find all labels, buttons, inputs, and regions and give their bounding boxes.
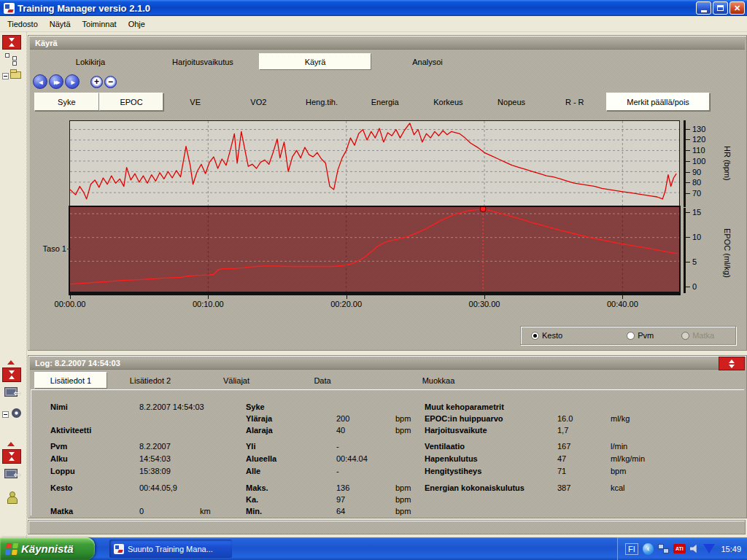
log-panel-expand-button[interactable] <box>719 357 745 370</box>
language-indicator[interactable]: FI <box>625 543 638 555</box>
field-label-ventilaatio: Ventilaatio <box>425 442 465 451</box>
start-label: Käynnistä <box>21 542 74 555</box>
field-label-min: Min. <box>246 507 262 516</box>
radio-dot-matka <box>681 332 689 340</box>
series-tab-nopeus[interactable]: Nopeus <box>480 93 543 111</box>
play-log-button[interactable]: ▸▸ <box>49 74 63 89</box>
field-value-alueella: 00:44.04 <box>336 454 368 463</box>
folder-icon[interactable] <box>10 69 25 82</box>
app-icon <box>4 3 15 14</box>
start-button[interactable]: Käynnistä <box>0 537 95 560</box>
hr-tick-80: 80 <box>692 178 711 187</box>
chart-panel-caption: Käyrä <box>30 37 745 50</box>
field-unit-ka: bpm <box>395 495 411 504</box>
device-expander-icon[interactable] <box>2 411 9 418</box>
series-tab-ve[interactable]: VE <box>163 93 227 111</box>
taskbar-task-button[interactable]: Suunto Training Mana... <box>109 540 232 558</box>
taskbar-clock: 15:49 <box>721 545 741 553</box>
window-title: Training Manager versio 2.1.0 <box>18 3 696 14</box>
radio-label-kesto: Kesto <box>542 331 562 340</box>
menu-tiedosto[interactable]: Tiedosto <box>1 18 44 30</box>
windows-logo-icon <box>5 543 18 555</box>
x-tick <box>70 295 71 299</box>
field-value-alaraja: 40 <box>336 426 345 435</box>
network-icon[interactable] <box>658 544 668 553</box>
menu-toiminnat[interactable]: Toiminnat <box>77 18 123 30</box>
logbook-tree-icon[interactable] <box>4 52 19 66</box>
field-value-kesto: 00:44.05,9 <box>139 483 177 492</box>
epoc-chart[interactable] <box>69 206 681 293</box>
series-tabs: SykeEPOCVEVO2Heng.tih.EnergiaKorkeusNope… <box>34 93 710 111</box>
ati-tray-icon[interactable]: ATI <box>673 544 686 553</box>
tree-expander-icon[interactable] <box>2 73 9 79</box>
field-value-min: 64 <box>336 507 345 516</box>
zoom-in-button[interactable]: + <box>90 76 103 88</box>
series-tab-merkit-p-ll-pois[interactable]: Merkit päällä/pois <box>606 93 710 111</box>
antivirus-tray-icon[interactable] <box>703 544 715 553</box>
next-log-button[interactable]: ▸ <box>65 74 80 89</box>
dock-collapse-button-1[interactable] <box>2 35 21 50</box>
field-label-energian-kokonaiskulutus: Energian kokonaiskulutus <box>425 483 525 492</box>
radio-kesto[interactable]: Kesto <box>531 331 562 340</box>
menu-ohje[interactable]: Ohje <box>123 18 151 30</box>
series-tab-r-r[interactable]: R - R <box>543 93 606 111</box>
view-tab-harjoitusvaikutus[interactable]: Harjoitusvaikutus <box>147 53 259 70</box>
hr-chart[interactable] <box>69 120 680 207</box>
field-unit-hengitystiheys: bpm <box>611 467 626 475</box>
dock-collapse-button-3[interactable] <box>2 449 21 464</box>
series-tab-syke[interactable]: Syke <box>34 93 99 111</box>
series-tab-energia[interactable]: Energia <box>353 93 417 111</box>
x-tick-label-00-30-00: 00:30.00 <box>464 300 505 308</box>
close-button[interactable]: ✕ <box>729 1 745 15</box>
menu-n-yt[interactable]: Näytä <box>44 18 77 30</box>
series-tab-epoc[interactable]: EPOC <box>99 93 164 111</box>
field-label-alaraja: Alaraja <box>246 426 273 435</box>
hide-tray-icons-button[interactable]: ‹ <box>643 543 654 555</box>
log-tab-muokkaa[interactable]: Muokkaa <box>365 372 511 389</box>
field-label-hapenkulutus: Hapenkulutus <box>425 454 478 463</box>
dock-collapse-button-2[interactable] <box>2 368 21 382</box>
view-tab-lokikirja[interactable]: Lokikirja <box>34 53 147 70</box>
collapse-up-icon <box>9 43 15 47</box>
field-label-muut-kehoparametrit: Muut kehoparametrit <box>425 402 504 411</box>
field-unit-min: bpm <box>395 507 411 516</box>
radio-matka: Matka <box>681 331 714 340</box>
field-unit-epoc-in-huippuarvo: ml/kg <box>611 414 630 423</box>
field-label-syke: Syke <box>246 402 265 411</box>
transfer-monitor-icon[interactable]: ⇦ <box>4 468 19 481</box>
radio-dot-pvm <box>627 332 635 340</box>
log-tab-lis-tiedot-1[interactable]: Lisätiedot 1 <box>34 372 107 389</box>
maximize-button[interactable] <box>713 1 728 15</box>
window-controls: ✕ <box>696 1 745 15</box>
hr-tick-110: 110 <box>692 146 711 155</box>
view-tab-k-yr[interactable]: Käyrä <box>259 53 371 70</box>
device-disc-icon[interactable] <box>10 407 25 420</box>
field-unit-maks: bpm <box>395 483 411 492</box>
radio-dot-kesto <box>531 332 539 340</box>
hr-chart-svg <box>70 121 679 206</box>
log-tab-data[interactable]: Data <box>279 372 365 389</box>
view-tab-analysoi[interactable]: Analysoi <box>371 53 484 70</box>
field-label-epoc-in-huippuarvo: EPOC:in huippuarvo <box>425 414 503 423</box>
log-tab-v-liajat[interactable]: Väliajat <box>193 372 279 389</box>
user-icon[interactable] <box>4 491 19 505</box>
prev-log-button[interactable]: ◂ <box>33 74 47 89</box>
series-tab-heng-tih[interactable]: Heng.tih. <box>290 93 354 111</box>
dock-marker-icon-2 <box>7 442 15 446</box>
series-tab-vo2[interactable]: VO2 <box>227 93 290 111</box>
field-value-loppu: 15:38:09 <box>139 467 171 475</box>
log-tab-lis-tiedot-2[interactable]: Lisätiedot 2 <box>107 372 193 389</box>
radio-label-matka: Matka <box>692 331 714 340</box>
field-value-yli: - <box>336 442 339 451</box>
zoom-out-button[interactable]: − <box>104 76 117 88</box>
minimize-button[interactable] <box>696 1 711 15</box>
radio-pvm[interactable]: Pvm <box>627 331 654 340</box>
dock-marker-icon-1 <box>7 360 15 365</box>
series-tab-korkeus[interactable]: Korkeus <box>417 93 480 111</box>
volume-icon[interactable] <box>690 544 700 553</box>
epoc-chart-svg <box>70 207 679 292</box>
x-tick <box>622 295 623 299</box>
field-unit-hapenkulutus: ml/kg/min <box>611 454 645 463</box>
device-monitor-icon[interactable]: ⇦ <box>4 386 19 400</box>
hr-tick-100: 100 <box>692 157 711 166</box>
